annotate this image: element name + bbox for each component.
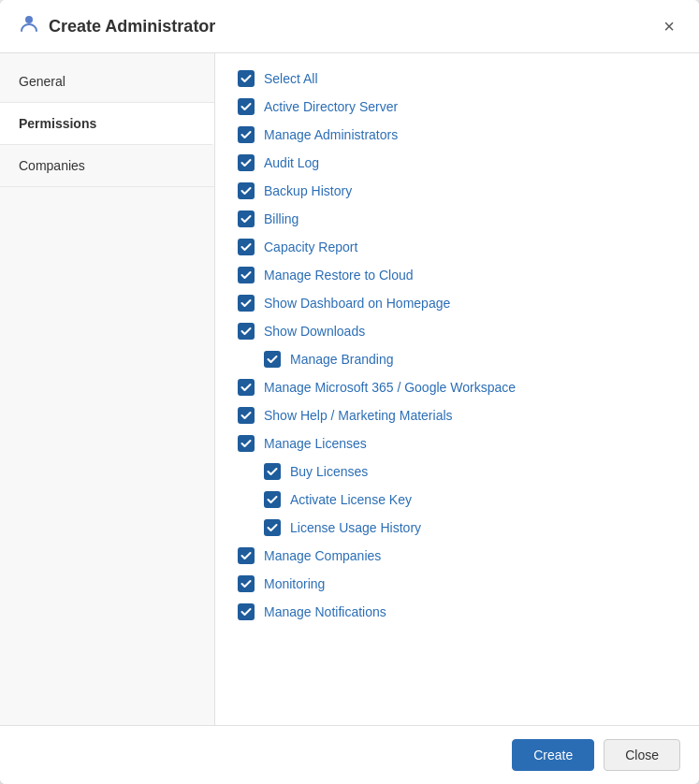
dialog-body: General Permissions Companies Select All [0,53,699,725]
dialog-title: Create Administrator [49,17,658,36]
permission-row-backup-history: Backup History [238,182,677,199]
permission-row-manage-microsoft365: Manage Microsoft 365 / Google Workspace [238,379,677,396]
permission-row-billing: Billing [238,211,677,227]
label-active-directory-server[interactable]: Active Directory Server [264,99,398,114]
checkbox-license-usage-history[interactable] [264,519,281,536]
checkbox-manage-notifications[interactable] [238,603,255,620]
sidebar-item-permissions[interactable]: Permissions [0,103,214,145]
checkbox-select-all[interactable] [238,70,255,87]
label-manage-notifications[interactable]: Manage Notifications [264,604,386,619]
checkbox-manage-licenses[interactable] [238,435,255,452]
permission-row-show-help-marketing: Show Help / Marketing Materials [238,407,677,424]
permission-row-show-dashboard: Show Dashboard on Homepage [238,295,677,312]
sidebar-item-general[interactable]: General [0,61,214,103]
checkbox-manage-branding[interactable] [264,351,281,368]
checkbox-manage-restore-to-cloud[interactable] [238,267,255,283]
administrator-icon [19,13,39,39]
label-manage-branding[interactable]: Manage Branding [290,352,394,367]
checkbox-active-directory-server[interactable] [238,98,255,115]
checkbox-manage-companies[interactable] [238,547,255,564]
checkbox-show-help-marketing[interactable] [238,407,255,424]
label-backup-history[interactable]: Backup History [264,183,352,198]
label-manage-companies[interactable]: Manage Companies [264,548,381,563]
sidebar: General Permissions Companies [0,53,215,725]
checkbox-capacity-report[interactable] [238,239,255,255]
permission-row-license-usage-history: License Usage History [238,519,677,536]
permissions-content: Select All Active Directory Server Manag… [215,53,699,725]
dialog-header: Create Administrator × [0,0,699,53]
checkbox-monitoring[interactable] [238,575,255,592]
label-manage-administrators[interactable]: Manage Administrators [264,127,398,142]
permission-row-manage-branding: Manage Branding [238,351,677,368]
create-button[interactable]: Create [512,739,594,771]
permission-row-manage-companies: Manage Companies [238,547,677,564]
permission-row-manage-licenses: Manage Licenses [238,435,677,452]
label-manage-microsoft365[interactable]: Manage Microsoft 365 / Google Workspace [264,380,516,395]
label-buy-licenses[interactable]: Buy Licenses [290,464,368,479]
label-show-dashboard[interactable]: Show Dashboard on Homepage [264,296,450,311]
permission-row-manage-notifications: Manage Notifications [238,603,677,620]
svg-point-0 [25,16,33,23]
checkbox-show-downloads[interactable] [238,323,255,340]
checkbox-backup-history[interactable] [238,182,255,199]
checkbox-activate-license-key[interactable] [264,491,281,508]
sidebar-item-companies[interactable]: Companies [0,145,214,187]
checkbox-manage-microsoft365[interactable] [238,379,255,396]
checkbox-billing[interactable] [238,211,255,227]
permission-row-audit-log: Audit Log [238,154,677,171]
permission-row-capacity-report: Capacity Report [238,239,677,255]
label-select-all[interactable]: Select All [264,71,318,86]
permission-row-monitoring: Monitoring [238,575,677,592]
permission-row-activate-license-key: Activate License Key [238,491,677,508]
permission-row-show-downloads: Show Downloads [238,323,677,340]
close-button[interactable]: × [658,15,680,37]
dialog-footer: Create Close [0,725,699,784]
label-manage-licenses[interactable]: Manage Licenses [264,436,367,451]
label-show-help-marketing[interactable]: Show Help / Marketing Materials [264,408,453,423]
label-manage-restore-to-cloud[interactable]: Manage Restore to Cloud [264,268,414,283]
permission-row-manage-administrators: Manage Administrators [238,126,677,143]
label-license-usage-history[interactable]: License Usage History [290,520,421,535]
permission-row-buy-licenses: Buy Licenses [238,463,677,480]
label-show-downloads[interactable]: Show Downloads [264,324,365,339]
permission-row-active-directory-server: Active Directory Server [238,98,677,115]
label-audit-log[interactable]: Audit Log [264,155,319,170]
checkbox-audit-log[interactable] [238,154,255,171]
checkbox-show-dashboard[interactable] [238,295,255,312]
label-activate-license-key[interactable]: Activate License Key [290,492,412,507]
create-administrator-dialog: Create Administrator × General Permissio… [0,0,699,784]
checkbox-buy-licenses[interactable] [264,463,281,480]
checkbox-manage-administrators[interactable] [238,126,255,143]
label-capacity-report[interactable]: Capacity Report [264,240,357,254]
permission-row-select-all: Select All [238,70,677,87]
permission-row-manage-restore-to-cloud: Manage Restore to Cloud [238,267,677,283]
label-billing[interactable]: Billing [264,211,299,226]
label-monitoring[interactable]: Monitoring [264,576,325,591]
footer-close-button[interactable]: Close [604,739,680,771]
